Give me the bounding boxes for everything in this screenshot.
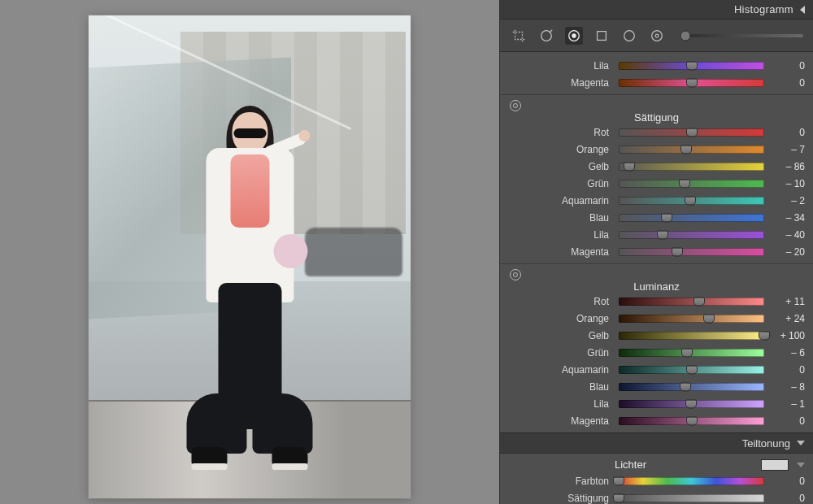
slider-label: Blau <box>500 212 612 224</box>
slider-track[interactable] <box>619 400 764 408</box>
slider-knob[interactable] <box>759 331 770 340</box>
slider-track[interactable] <box>619 231 764 239</box>
slider-value[interactable]: 0 <box>771 77 805 89</box>
slider-label: Magenta <box>500 415 612 427</box>
slider-track[interactable] <box>619 197 764 205</box>
slider-value[interactable]: – 20 <box>771 246 805 258</box>
splittoning-header[interactable]: Teiltonung <box>500 432 813 454</box>
slider-value[interactable]: – 34 <box>771 212 805 224</box>
slider-knob[interactable] <box>613 476 624 485</box>
slider-label: Gelb <box>500 161 612 172</box>
slider-knob[interactable] <box>693 297 705 306</box>
slider-track[interactable] <box>619 332 764 340</box>
slider-row-lum-orange: Orange+ 24 <box>500 310 813 327</box>
slider-label: Magenta <box>500 77 612 89</box>
slider-knob[interactable] <box>661 213 672 222</box>
histogram-header[interactable]: Histogramm <box>500 0 813 20</box>
slider-track[interactable] <box>619 163 764 171</box>
slider-track[interactable] <box>619 214 764 222</box>
slider-track[interactable] <box>619 315 764 323</box>
toolbar-slider[interactable] <box>680 30 803 41</box>
slider-row-sat-blau: Blau– 34 <box>500 209 813 226</box>
slider-value[interactable]: + 24 <box>771 313 805 324</box>
slider-row-lum-lila: Lila– 1 <box>500 395 813 412</box>
slider-row-sat-gruen: Grün– 10 <box>500 175 813 192</box>
slider-row-lum-gruen: Grün– 6 <box>500 344 813 361</box>
radial-tool-icon[interactable] <box>620 27 638 45</box>
slider-row-hue-magenta: Magenta0 <box>500 74 813 91</box>
slider-knob[interactable] <box>686 365 698 374</box>
slider-knob[interactable] <box>686 416 698 425</box>
slider-track[interactable] <box>619 128 764 137</box>
slider-knob[interactable] <box>686 78 698 87</box>
slider-value[interactable]: 0 <box>771 493 805 504</box>
slider-knob[interactable] <box>681 348 693 357</box>
slider-track[interactable] <box>619 180 764 188</box>
slider-value[interactable]: 0 <box>771 364 805 376</box>
slider-track[interactable] <box>619 79 764 87</box>
slider-track[interactable] <box>619 248 764 256</box>
slider-knob[interactable] <box>672 247 683 256</box>
slider-knob[interactable] <box>686 128 698 137</box>
slider-knob[interactable] <box>685 196 696 205</box>
slider-knob[interactable] <box>624 162 635 171</box>
slider-track[interactable] <box>619 494 764 502</box>
slider-value[interactable]: + 100 <box>771 330 805 341</box>
slider-knob[interactable] <box>680 382 691 391</box>
slider-value[interactable]: 0 <box>771 415 805 427</box>
slider-value[interactable]: – 86 <box>771 161 805 172</box>
slider-track[interactable] <box>619 62 764 70</box>
brush-tool-icon[interactable] <box>648 27 666 45</box>
slider-track[interactable] <box>619 383 764 391</box>
slider-value[interactable]: 0 <box>771 476 805 487</box>
slider-value[interactable]: 0 <box>771 127 805 138</box>
slider-track[interactable] <box>619 477 764 485</box>
slider-value[interactable]: + 11 <box>771 296 805 307</box>
slider-row-lum-aquamarin: Aquamarin0 <box>500 361 813 378</box>
slider-track[interactable] <box>619 146 764 154</box>
tat-picker-icon[interactable] <box>510 100 521 111</box>
splittoning-title: Teiltonung <box>742 437 790 450</box>
slider-value[interactable]: – 10 <box>771 178 805 189</box>
redeye-tool-icon[interactable] <box>565 27 583 45</box>
slider-row-sat-magenta: Magenta– 20 <box>500 243 813 260</box>
slider-value[interactable]: – 2 <box>771 195 805 206</box>
slider-knob[interactable] <box>703 314 715 323</box>
slider-row-lum-gelb: Gelb+ 100 <box>500 327 813 344</box>
image-viewport[interactable] <box>0 0 499 504</box>
slider-track[interactable] <box>619 298 764 306</box>
slider-knob[interactable] <box>679 179 690 188</box>
slider-row-hue-lila: Lila0 <box>500 57 813 74</box>
slider-knob[interactable] <box>685 399 697 408</box>
slider-label: Aquamarin <box>500 364 612 376</box>
slider-label: Lila <box>500 398 612 410</box>
slider-track[interactable] <box>619 349 764 357</box>
slider-label: Orange <box>500 144 612 155</box>
slider-value[interactable]: – 7 <box>771 144 805 155</box>
slider-value[interactable]: – 8 <box>771 381 805 393</box>
gradient-tool-icon[interactable] <box>593 27 611 45</box>
slider-label: Blau <box>500 381 612 393</box>
slider-track[interactable] <box>619 417 764 425</box>
crop-tool-icon[interactable] <box>510 27 528 45</box>
slider-label: Gelb <box>500 330 612 341</box>
slider-label: Lila <box>500 229 612 241</box>
slider-track[interactable] <box>619 366 764 374</box>
slider-knob[interactable] <box>613 493 624 502</box>
highlight-color-swatch[interactable] <box>761 459 789 471</box>
svg-point-2 <box>572 33 576 37</box>
slider-value[interactable]: 0 <box>771 60 805 72</box>
slider-value[interactable]: – 6 <box>771 347 805 358</box>
slider-value[interactable]: – 40 <box>771 229 805 241</box>
spot-tool-icon[interactable] <box>537 27 555 45</box>
slider-knob[interactable] <box>680 145 692 154</box>
slider-label: Rot <box>500 296 612 307</box>
slider-knob[interactable] <box>686 61 698 70</box>
chevron-down-icon[interactable] <box>797 463 805 467</box>
slider-knob[interactable] <box>657 230 668 239</box>
lichter-label: Lichter <box>508 458 753 471</box>
tat-picker-icon[interactable] <box>510 269 521 280</box>
slider-value[interactable]: – 1 <box>771 398 805 410</box>
slider-label: Aquamarin <box>500 195 612 206</box>
slider-label: Lila <box>500 60 612 72</box>
